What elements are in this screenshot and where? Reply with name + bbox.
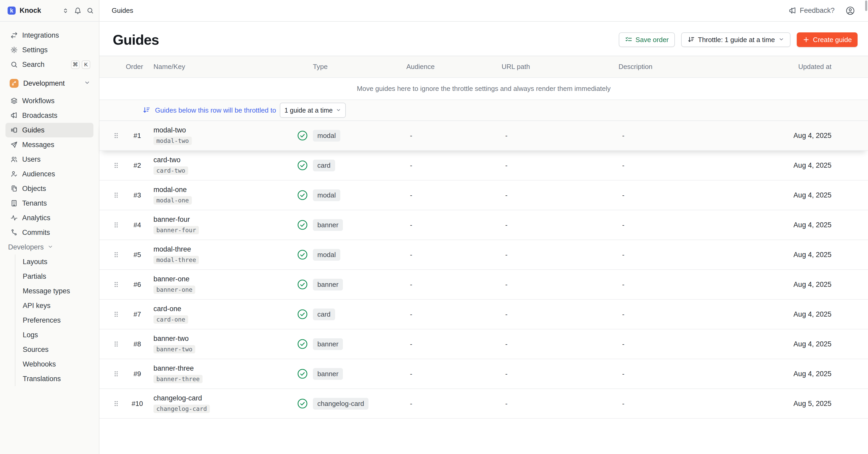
sidebar-item-messages[interactable]: Messages xyxy=(5,137,93,152)
throttle-dropdown-button[interactable]: Throttle: 1 guide at a time xyxy=(681,32,790,47)
main-content: Guides Feedback? Guides Save order xyxy=(99,0,868,454)
search-icon[interactable] xyxy=(87,7,94,14)
throttle-divider-label[interactable]: Guides below this row will be throttled … xyxy=(155,106,276,114)
developers-section-toggle[interactable]: Developers xyxy=(5,240,93,254)
sidebar-item-commits[interactable]: Commits xyxy=(5,225,93,240)
grip-dots-icon xyxy=(114,281,119,288)
sidebar-item-users[interactable]: Users xyxy=(5,152,93,167)
drag-handle[interactable] xyxy=(114,310,128,318)
type-badge: banner xyxy=(313,219,343,231)
developers-sub-item[interactable]: Translations xyxy=(16,371,93,386)
notifications-bell-icon[interactable] xyxy=(74,7,82,15)
guide-name: changelog-card xyxy=(153,394,295,402)
save-order-button[interactable]: Save order xyxy=(619,32,675,47)
sidebar-item-workflows[interactable]: Workflows xyxy=(5,93,93,108)
drag-handle[interactable] xyxy=(114,251,128,259)
sidebar-item-integrations[interactable]: Integrations xyxy=(5,28,93,42)
guide-row[interactable]: #3 modal-one modal-one modal - - xyxy=(99,180,868,210)
type-badge: modal xyxy=(313,249,340,261)
throttle-amount-select[interactable]: 1 guide at a time xyxy=(280,103,346,118)
drag-handle[interactable] xyxy=(114,281,128,288)
developers-sub-item[interactable]: API keys xyxy=(16,298,93,313)
page-title: Guides xyxy=(113,32,159,48)
environment-label: Development xyxy=(23,79,65,87)
updated-at-cell: Aug 4, 2025 xyxy=(757,251,868,259)
description-cell: - xyxy=(614,162,757,170)
sidebar-item-audiences[interactable]: Audiences xyxy=(5,167,93,181)
sidebar-item-settings[interactable]: Settings xyxy=(5,42,93,57)
name-key-cell: banner-one banner-one xyxy=(146,275,295,294)
sidebar-item-label: Workflows xyxy=(22,97,55,105)
building-icon xyxy=(10,199,18,207)
url-path-cell: - xyxy=(497,400,614,408)
create-guide-button[interactable]: Create guide xyxy=(797,32,858,47)
sidebar-item-label: Guides xyxy=(22,126,44,134)
guide-row[interactable]: #8 banner-two banner-two banner - - xyxy=(99,330,868,359)
developers-sub-item[interactable]: Partials xyxy=(16,269,93,284)
guide-row[interactable]: #4 banner-four banner-four banner - xyxy=(99,210,868,240)
audience-cell: - xyxy=(402,162,497,170)
drag-handle[interactable] xyxy=(114,340,128,348)
column-header-updated-at: Updated at xyxy=(757,63,868,71)
sub-item-label: Layouts xyxy=(23,258,48,266)
guide-row[interactable]: #7 card-one card-one card - - xyxy=(99,300,868,330)
feedback-button[interactable]: Feedback? xyxy=(789,6,835,15)
sidebar-item-label: Users xyxy=(22,155,41,164)
workspace-switcher-icon[interactable] xyxy=(62,7,69,14)
sidebar-item-broadcasts[interactable]: Broadcasts xyxy=(5,108,93,123)
drag-handle[interactable] xyxy=(114,132,128,140)
sidebar-item-label: Audiences xyxy=(22,170,55,178)
save-order-label: Save order xyxy=(636,36,669,44)
developers-sub-item[interactable]: Logs xyxy=(16,328,93,342)
drag-handle[interactable] xyxy=(114,162,128,169)
column-header-url-path: URL path xyxy=(497,63,614,71)
drag-handle[interactable] xyxy=(114,400,128,407)
developers-sub-item[interactable]: Layouts xyxy=(16,254,93,269)
sidebar-item-guides[interactable]: Guides xyxy=(5,123,93,137)
guide-name: modal-one xyxy=(153,186,295,194)
vertical-scrollbar[interactable] xyxy=(865,1,867,11)
sidebar-item-objects[interactable]: Objects xyxy=(5,181,93,196)
sidebar-item-search[interactable]: Search ⌘ K xyxy=(5,57,93,72)
grip-dots-icon xyxy=(114,162,119,169)
url-path-cell: - xyxy=(497,162,614,170)
drag-handle[interactable] xyxy=(114,191,128,199)
name-key-cell: card-two card-two xyxy=(146,156,295,175)
name-key-cell: modal-two modal-two xyxy=(146,126,295,145)
type-cell: banner xyxy=(295,368,402,380)
audience-cell: - xyxy=(402,370,497,378)
developers-sub-item[interactable]: Message types xyxy=(16,284,93,298)
order-number: #3 xyxy=(128,191,146,199)
sidebar-item-label: Broadcasts xyxy=(22,112,57,120)
guide-row[interactable]: #5 modal-three modal-three modal - xyxy=(99,240,868,270)
type-cell: banner xyxy=(295,219,402,231)
chevron-down-icon xyxy=(84,79,90,87)
guide-row[interactable]: #10 changelog-card changelog-card change… xyxy=(99,389,868,419)
drag-handle[interactable] xyxy=(114,221,128,229)
guide-row[interactable]: #6 banner-one banner-one banner - - xyxy=(99,270,868,300)
sidebar-item-label: Objects xyxy=(22,185,46,193)
type-cell: card xyxy=(295,160,402,171)
user-avatar-icon[interactable] xyxy=(845,6,855,16)
environment-switcher[interactable]: Development xyxy=(5,76,93,91)
activity-pulse-icon xyxy=(10,214,18,222)
guide-row[interactable]: #2 card-two card-two card - - xyxy=(99,151,868,180)
guide-name: modal-three xyxy=(153,245,295,253)
developers-sub-item[interactable]: Preferences xyxy=(16,313,93,328)
column-header-audience: Audience xyxy=(402,63,497,71)
url-path-cell: - xyxy=(497,281,614,289)
chevron-down-icon xyxy=(48,243,53,251)
developers-sub-item[interactable]: Webhooks xyxy=(16,357,93,371)
audience-cell: - xyxy=(402,340,497,348)
guide-row[interactable]: #9 banner-three banner-three banner - xyxy=(99,359,868,389)
unthrottled-dropzone[interactable]: Move guides here to ignore the throttle … xyxy=(99,78,868,100)
grip-dots-icon xyxy=(114,221,119,229)
developers-sub-item[interactable]: Sources xyxy=(16,342,93,357)
drag-handle[interactable] xyxy=(114,370,128,378)
column-header-description: Description xyxy=(614,63,757,71)
guide-row[interactable]: #1 modal-two modal-two modal - - xyxy=(99,121,868,151)
sidebar-item-tenants[interactable]: Tenants xyxy=(5,196,93,210)
grip-dots-icon xyxy=(114,132,119,140)
sidebar-item-analytics[interactable]: Analytics xyxy=(5,210,93,225)
page-header: Guides Save order Throttle: 1 guide at a… xyxy=(99,22,868,56)
